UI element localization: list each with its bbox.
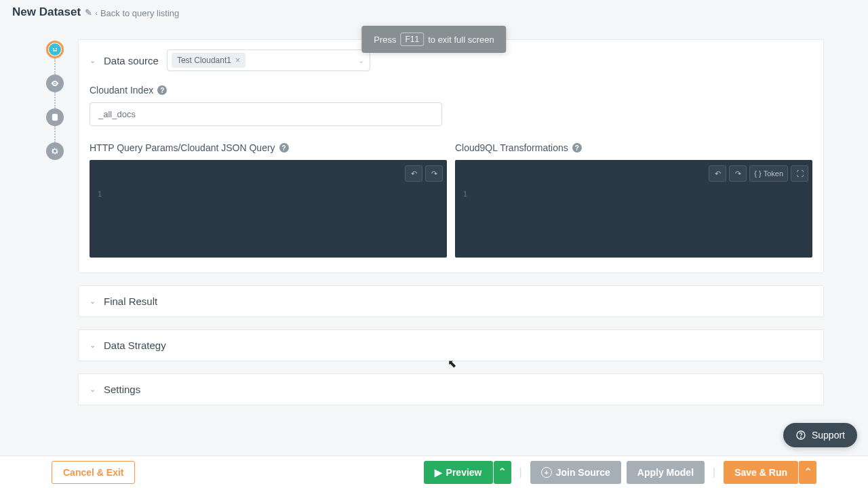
- expand-icon[interactable]: ⛶: [791, 165, 808, 182]
- cloudant-index-input[interactable]: [90, 102, 442, 126]
- panel-header-data-strategy[interactable]: ⌄ Data Strategy: [79, 330, 823, 361]
- undo-button[interactable]: ↶: [405, 165, 422, 182]
- http-query-editor[interactable]: ↶ ↷ 1: [90, 160, 447, 258]
- cancel-button[interactable]: Cancel & Exit: [52, 461, 135, 484]
- undo-button[interactable]: ↶: [709, 165, 726, 182]
- step-settings[interactable]: [46, 142, 64, 160]
- chevron-down-icon: ⌄: [90, 56, 96, 65]
- hint-suffix: to exit full screen: [428, 35, 494, 45]
- join-source-button[interactable]: + Join Source: [530, 461, 621, 484]
- support-button[interactable]: Support: [783, 423, 857, 447]
- hint-press: Press: [374, 35, 396, 45]
- svg-point-3: [54, 83, 56, 84]
- database-icon: [50, 113, 60, 122]
- preview-dropdown[interactable]: ⌃: [494, 461, 511, 484]
- redo-button[interactable]: ↷: [425, 165, 443, 182]
- chevron-up-icon: ⌃: [804, 466, 812, 479]
- cloudant-index-label: Cloudant Index ?: [90, 85, 812, 96]
- svg-point-0: [53, 48, 54, 49]
- step-preview[interactable]: [46, 75, 64, 92]
- panel-data-source: ⌄ Data source Test Cloudant1 × ⌄ Cloudan…: [78, 39, 824, 273]
- eye-icon: [50, 79, 60, 88]
- chevron-down-icon: ⌄: [90, 385, 96, 394]
- line-number: 1: [98, 190, 102, 198]
- panel-data-strategy: ⌄ Data Strategy: [78, 329, 824, 361]
- edit-icon[interactable]: ✎: [85, 7, 92, 18]
- save-run-dropdown[interactable]: ⌃: [799, 461, 816, 484]
- redo-button[interactable]: ↷: [729, 165, 747, 182]
- plus-circle-icon: +: [541, 467, 552, 478]
- help-icon[interactable]: ?: [279, 143, 289, 152]
- support-label: Support: [812, 430, 845, 441]
- back-link-text: Back to query listing: [100, 8, 179, 18]
- divider: |: [713, 466, 715, 479]
- preview-button[interactable]: ▶ Preview: [424, 461, 493, 484]
- http-query-label: HTTP Query Params/Cloudant JSON Query ?: [90, 142, 447, 153]
- help-icon[interactable]: ?: [572, 143, 582, 152]
- fullscreen-hint: Press F11 to exit full screen: [361, 26, 506, 53]
- chevron-down-icon: ⌄: [90, 341, 96, 350]
- hint-key: F11: [401, 33, 425, 46]
- stepper: [46, 41, 64, 160]
- step-connector: [54, 126, 56, 142]
- play-icon: ▶: [435, 467, 442, 478]
- back-link[interactable]: ‹ Back to query listing: [96, 8, 180, 18]
- svg-point-6: [800, 437, 801, 438]
- panel-title-settings: Settings: [104, 384, 140, 395]
- panel-header-final-result[interactable]: ⌄ Final Result: [79, 286, 823, 317]
- panel-title-data-source: Data source: [104, 55, 159, 66]
- chevron-left-icon: ‹: [96, 9, 98, 17]
- step-connector: [54, 58, 56, 75]
- page-title-text: New Dataset: [12, 5, 81, 19]
- divider: |: [519, 466, 522, 479]
- step-data-strategy[interactable]: [46, 108, 64, 126]
- data-source-select[interactable]: Test Cloudant1 × ⌄: [167, 49, 370, 71]
- cloud9ql-editor[interactable]: ↶ ↷ { }Token ⛶ 1: [455, 160, 812, 258]
- help-icon[interactable]: ?: [157, 85, 167, 95]
- chevron-down-icon: ⌄: [90, 297, 96, 306]
- chevron-up-icon: ⌃: [498, 466, 507, 479]
- data-source-tag-label: Test Cloudant1: [177, 56, 231, 65]
- panel-settings: ⌄ Settings: [78, 373, 824, 405]
- panel-final-result: ⌄ Final Result: [78, 285, 824, 317]
- robot-icon: [49, 43, 61, 56]
- save-run-button[interactable]: Save & Run: [724, 461, 798, 484]
- gear-icon: [50, 146, 60, 156]
- chevron-down-icon: ⌄: [358, 56, 364, 65]
- line-number: 1: [463, 190, 467, 198]
- footer: Cancel & Exit ▶ Preview ⌃ | + Join Sourc…: [0, 455, 868, 488]
- apply-model-button[interactable]: Apply Model: [627, 461, 705, 484]
- data-source-tag: Test Cloudant1 ×: [172, 53, 245, 68]
- step-data-source[interactable]: [46, 41, 64, 58]
- svg-point-1: [56, 48, 57, 49]
- panel-header-settings[interactable]: ⌄ Settings: [79, 374, 823, 405]
- panel-title-final-result: Final Result: [104, 296, 157, 307]
- page-title: New Dataset ✎: [12, 5, 92, 19]
- close-icon[interactable]: ×: [235, 56, 240, 65]
- panel-title-data-strategy: Data Strategy: [104, 340, 166, 351]
- help-circle-icon: [795, 430, 806, 441]
- svg-rect-2: [53, 50, 57, 52]
- step-connector: [54, 92, 56, 108]
- token-button[interactable]: { }Token: [749, 165, 788, 182]
- cloud9ql-label: Cloud9QL Transformations ?: [455, 142, 812, 153]
